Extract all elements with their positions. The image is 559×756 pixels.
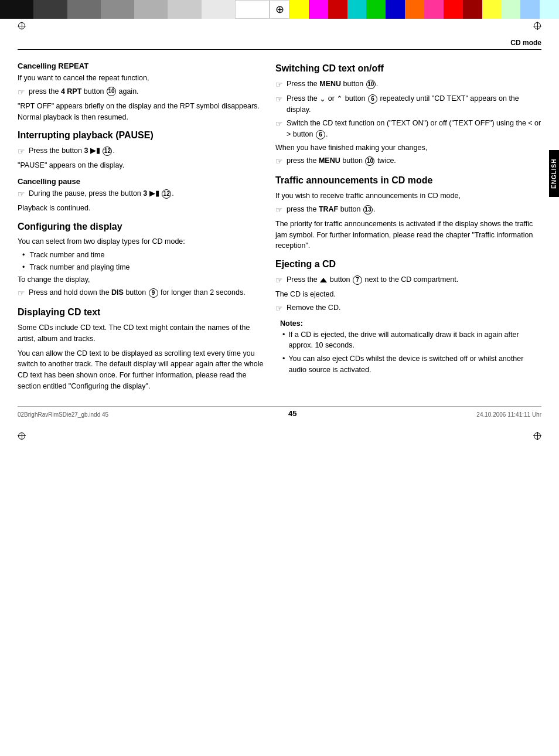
- page-title: CD mode: [510, 39, 541, 47]
- note-2-text: You can also eject CDs whilst the device…: [288, 353, 541, 376]
- displaying-cd-text-section: Displaying CD text Some CDs include CD t…: [18, 307, 264, 391]
- arrow-icon-4: ☞: [18, 287, 25, 299]
- swatch-3: [67, 0, 101, 19]
- swatch-r12: [501, 0, 520, 19]
- switching-arrow4: ☞ press the MENU button 10 twice.: [275, 155, 541, 168]
- swatch-r6: [386, 0, 405, 19]
- arrow-icon-8: ☞: [275, 155, 283, 168]
- configuring-display-section: Configuring the display You can select f…: [18, 221, 264, 300]
- switching-cd-text-heading: Switching CD text on/off: [275, 63, 541, 75]
- swatch-6: [168, 0, 201, 19]
- swatch-r3: [328, 0, 347, 19]
- menu-label-1: MENU: [319, 80, 341, 88]
- pause-appears: "PAUSE" appears on the display.: [18, 160, 264, 171]
- interrupting-playback-arrow1: ☞ Press the button 3 ▶▮ 12.: [18, 145, 264, 158]
- english-label: ENGLISH: [549, 150, 559, 197]
- main-content: Cancelling REPEAT If you want to cancel …: [18, 56, 541, 394]
- bullet-track-playing: • Track number and playing time: [18, 262, 264, 273]
- configuring-display-heading: Configuring the display: [18, 221, 264, 233]
- playback-continued: Playback is continued.: [18, 203, 264, 214]
- cancelling-repeat-para2: "RPT OFF" appears briefly on the display…: [18, 101, 264, 123]
- traffic-announcements-section: Traffic announcements in CD mode If you …: [275, 175, 541, 251]
- circle-6a: 6: [368, 94, 377, 104]
- note-bullet-dot-1: •: [282, 329, 285, 340]
- swatch-7: [202, 0, 235, 19]
- up-arrow-icon: ⌃: [336, 94, 343, 103]
- cancelling-repeat-arrow1: ☞ press the 4 RPT button 10 again.: [18, 86, 264, 98]
- arrow-icon-10: ☞: [275, 274, 283, 287]
- to-change-display: To change the display,: [18, 274, 264, 285]
- page: CD mode ENGLISH Cancelling REPEAT If you…: [0, 33, 559, 430]
- switching-arrow1: ☞ Press the MENU button 10.: [275, 79, 541, 91]
- configuring-display-arrow1-content: Press and hold down the DIS button 9 for…: [29, 287, 264, 298]
- arrow-icon-9: ☞: [275, 204, 283, 216]
- swatch-2: [33, 0, 67, 19]
- switching-arrow3-content: Switch the CD text function on ("TEXT ON…: [287, 118, 541, 140]
- swatch-r5: [366, 0, 386, 19]
- right-column: Switching CD text on/off ☞ Press the MEN…: [275, 56, 541, 394]
- traf-label: TRAF: [319, 205, 338, 213]
- note-2: • You can also eject CDs whilst the devi…: [280, 353, 541, 376]
- cancelling-pause-arrow1: ☞ During the pause, press the button 3 ▶…: [18, 188, 264, 200]
- swatch-r8: [424, 0, 444, 19]
- ejecting-cd-heading: Ejecting a CD: [275, 258, 541, 271]
- eject-arrow2: ☞ Remove the CD.: [275, 302, 541, 315]
- bottom-left-info: 02BrighRavRimSDie27_gb.indd 45: [18, 411, 108, 418]
- note-1-text: If a CD is ejected, the drive will autom…: [288, 329, 541, 352]
- cd-ejected: The CD is ejected.: [275, 289, 541, 300]
- arrow-icon-11: ☞: [275, 302, 283, 315]
- swatch-5: [134, 0, 168, 19]
- color-bar-left: [0, 0, 270, 19]
- cancelling-pause-arrow1-content: During the pause, press the button 3 ▶▮ …: [29, 188, 264, 199]
- cancelling-pause-heading: Cancelling pause: [18, 177, 264, 186]
- arrow-icon-6: ☞: [275, 93, 283, 105]
- note-1: • If a CD is ejected, the drive will aut…: [280, 329, 541, 352]
- bullet-track-playing-text: Track number and playing time: [29, 262, 129, 273]
- circle-6b: 6: [316, 130, 325, 139]
- menu-label-2: MENU: [319, 156, 340, 165]
- circle-12a: 12: [103, 147, 112, 156]
- swatch-r14: [540, 0, 559, 19]
- traffic-announcements-para2: The priority for traffic announcements i…: [275, 219, 541, 251]
- circle-7: 7: [353, 275, 362, 285]
- switching-arrow2-content: Press the ⌄ or ⌃ button 6 repeatedly unt…: [287, 93, 541, 115]
- swatch-r10: [463, 0, 482, 19]
- interrupting-playback-arrow1-content: Press the button 3 ▶▮ 12.: [29, 145, 264, 156]
- swatch-r7: [405, 0, 424, 19]
- page-number: 45: [288, 409, 296, 418]
- bottom-marks: [0, 430, 559, 442]
- page-bottom: 02BrighRavRimSDie27_gb.indd 45 45 24.10.…: [18, 406, 541, 418]
- switching-arrow2: ☞ Press the ⌄ or ⌃ button 6 repeatedly u…: [275, 93, 541, 115]
- dis-label: DIS: [111, 288, 124, 297]
- cancelling-repeat-heading: Cancelling REPEAT: [18, 62, 264, 70]
- interrupting-playback-heading: Interrupting playback (PAUSE): [18, 130, 264, 142]
- swatch-8: [235, 0, 270, 19]
- circle-13: 13: [363, 205, 373, 214]
- top-marks: [0, 19, 559, 33]
- swatch-r9: [444, 0, 463, 19]
- bullet-track-time: • Track number and time: [18, 250, 264, 261]
- ejecting-cd-section: Ejecting a CD ☞ Press the button 7 next …: [275, 258, 541, 376]
- displaying-cd-text-para2: You can allow the CD text to be displaye…: [18, 348, 264, 392]
- swatch-r2: [309, 0, 328, 19]
- swatch-r4: [347, 0, 367, 19]
- interrupting-playback-section: Interrupting playback (PAUSE) ☞ Press th…: [18, 130, 264, 213]
- swatch-r13: [520, 0, 540, 19]
- color-bar: ⊕: [0, 0, 559, 19]
- traffic-announcements-heading: Traffic announcements in CD mode: [275, 175, 541, 187]
- bullet-dot-1: •: [22, 250, 25, 261]
- switching-arrow4-content: press the MENU button 10 twice.: [287, 155, 541, 166]
- color-bar-right: [289, 0, 559, 19]
- switching-cd-text-section: Switching CD text on/off ☞ Press the MEN…: [275, 63, 541, 168]
- page-header: CD mode: [18, 39, 541, 50]
- bullet-dot-2: •: [22, 262, 25, 273]
- reg-mark-top-right: [533, 22, 541, 30]
- traffic-arrow1-content: press the TRAF button 13.: [287, 204, 541, 215]
- when-finished: When you have finished making your chang…: [275, 142, 541, 154]
- swatch-r11: [482, 0, 502, 19]
- switching-arrow3: ☞ Switch the CD text function on ("TEXT …: [275, 118, 541, 140]
- traffic-announcements-para1: If you wish to receive traffic announcem…: [275, 190, 541, 202]
- arrow-icon-7: ☞: [275, 118, 283, 130]
- arrow-icon-1: ☞: [18, 86, 25, 98]
- cancelling-repeat-para1: If you want to cancel the repeat functio…: [18, 73, 264, 84]
